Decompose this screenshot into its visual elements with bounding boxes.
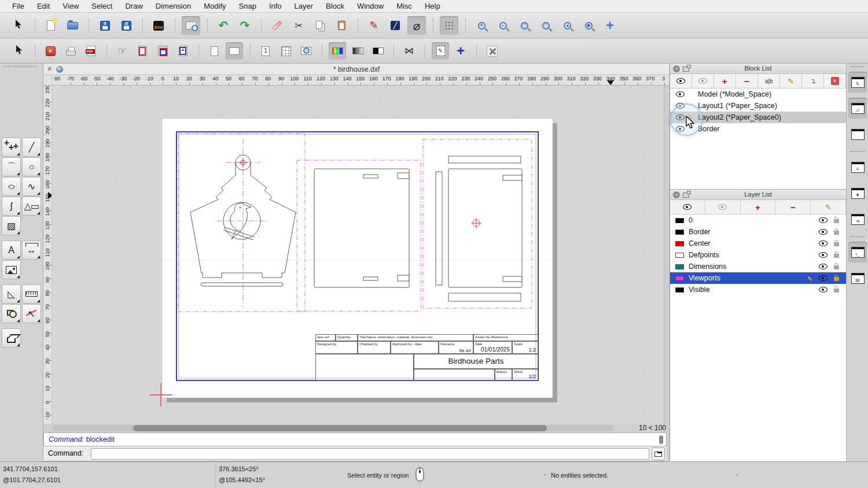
- menu-info[interactable]: Info: [263, 2, 288, 10]
- menu-dimension[interactable]: Dimension: [149, 2, 197, 10]
- eye-icon[interactable]: [819, 275, 827, 281]
- zoom-auto-button[interactable]: □: [515, 16, 534, 35]
- layers-remove[interactable]: −: [775, 200, 811, 214]
- close-icon[interactable]: ×: [673, 191, 680, 198]
- print-button[interactable]: [62, 42, 79, 60]
- block-tool[interactable]: [2, 304, 21, 323]
- delete-eraser-button[interactable]: [268, 16, 286, 35]
- grid-toggle-button[interactable]: [440, 16, 458, 35]
- menu-window[interactable]: Window: [351, 2, 390, 10]
- lock-icon[interactable]: [834, 277, 839, 281]
- zoom-in-button[interactable]: +: [472, 16, 491, 35]
- blocks-rename[interactable]: a|b: [758, 74, 780, 88]
- dock-layer-filter[interactable]: ▼: [848, 183, 867, 204]
- save-as-button[interactable]: ✎: [117, 16, 135, 35]
- dimension-tool[interactable]: ↔: [22, 241, 41, 260]
- lock-icon[interactable]: [834, 242, 839, 246]
- eye-icon[interactable]: [819, 217, 827, 223]
- deselect-tool[interactable]: ↖: [22, 304, 41, 323]
- ellipse-tool[interactable]: ○: [2, 177, 21, 196]
- copy-button[interactable]: [311, 16, 329, 35]
- select-tool[interactable]: [9, 16, 28, 35]
- blocks-add[interactable]: +: [714, 74, 736, 88]
- menu-misc[interactable]: Misc: [390, 2, 418, 10]
- blocks-insert[interactable]: ↴: [802, 74, 824, 88]
- pen-button[interactable]: ✎: [365, 16, 383, 35]
- close-print-preview-button[interactable]: ×: [42, 42, 59, 60]
- line-width-button[interactable]: ⋈: [400, 42, 418, 60]
- menu-help[interactable]: Help: [418, 2, 447, 10]
- layers-add[interactable]: +: [741, 200, 776, 214]
- dock-command-line[interactable]: ›_: [848, 242, 867, 263]
- close-icon[interactable]: ×: [673, 65, 680, 72]
- layer-row[interactable]: 0: [670, 215, 846, 226]
- draft-mode-button[interactable]: ✎: [432, 42, 449, 60]
- polygon-tool[interactable]: △▭: [22, 197, 41, 216]
- blocks-hide-all[interactable]: [692, 74, 714, 88]
- menu-snap[interactable]: Snap: [233, 2, 263, 10]
- menu-layer[interactable]: Layer: [288, 2, 320, 10]
- grayscale-mode-button[interactable]: [349, 42, 366, 60]
- zoom-window-button[interactable]: ■: [579, 16, 598, 35]
- fit-viewport-button[interactable]: [174, 42, 192, 60]
- circle-tool[interactable]: ○: [22, 157, 41, 176]
- color-mode-button[interactable]: [329, 42, 346, 60]
- arc-tool[interactable]: ⌒: [2, 157, 21, 176]
- dock-library-browser[interactable]: [848, 124, 867, 145]
- menu-draw[interactable]: Draw: [119, 2, 149, 10]
- eye-icon[interactable]: [676, 91, 685, 97]
- layers-edit[interactable]: ✎: [811, 200, 846, 214]
- dock-entity-properties[interactable]: ✎: [848, 72, 867, 93]
- measure-tool[interactable]: [22, 284, 41, 304]
- hatch-tool[interactable]: ▨: [2, 216, 21, 235]
- ellipse-tool-button[interactable]: ⌀: [407, 16, 426, 35]
- lock-icon[interactable]: [834, 219, 839, 223]
- menu-edit[interactable]: Edit: [31, 2, 56, 10]
- float-panel-icon[interactable]: [683, 193, 689, 198]
- landscape-button[interactable]: [226, 42, 243, 60]
- layer-row[interactable]: Visible: [670, 284, 846, 295]
- multi-page-button[interactable]: [277, 42, 295, 60]
- dock-clipboard[interactable]: ▤: [848, 268, 867, 289]
- new-document-button[interactable]: [42, 16, 60, 35]
- eye-icon[interactable]: [819, 287, 827, 293]
- menu-block[interactable]: Block: [319, 2, 351, 10]
- eye-icon[interactable]: [819, 264, 827, 269]
- eye-icon[interactable]: [819, 229, 827, 235]
- dock-pen-palette[interactable]: ⊲: [848, 209, 867, 230]
- image-tool[interactable]: [2, 260, 21, 279]
- blackwhite-mode-button[interactable]: [369, 42, 387, 60]
- line-tool[interactable]: ╱: [22, 138, 41, 157]
- dock-block-list[interactable]: ▱: [848, 98, 867, 119]
- command-history-scrollbar[interactable]: [659, 435, 663, 444]
- zoom-out-button[interactable]: −: [494, 16, 512, 35]
- menu-view[interactable]: View: [56, 2, 85, 10]
- print-preview-button[interactable]: [182, 16, 200, 35]
- command-input[interactable]: [91, 448, 649, 460]
- horizontal-scrollbar-thumb[interactable]: [133, 425, 547, 431]
- layer-row[interactable]: Border: [670, 226, 846, 238]
- points-tool[interactable]: +: [2, 138, 21, 157]
- lock-icon[interactable]: [834, 289, 839, 293]
- float-panel-icon[interactable]: [683, 66, 689, 72]
- crosshair-button[interactable]: +: [452, 42, 469, 60]
- lock-icon[interactable]: [834, 254, 839, 258]
- save-button[interactable]: [95, 16, 114, 35]
- polyline-tool[interactable]: ʃ: [2, 197, 21, 216]
- layer-row[interactable]: Defpoints: [670, 249, 846, 261]
- export-pdf-button[interactable]: [82, 42, 100, 60]
- paper-overlap-button[interactable]: [154, 42, 171, 60]
- zoom-selected-button[interactable]: □: [536, 16, 555, 35]
- blocks-edit[interactable]: ✎: [780, 74, 802, 88]
- export-svg-button[interactable]: SVG: [149, 16, 168, 35]
- solid-3d-tool[interactable]: [2, 328, 21, 347]
- lock-icon[interactable]: [834, 231, 839, 235]
- portrait-button[interactable]: [205, 42, 223, 60]
- blocks-remove[interactable]: −: [736, 74, 758, 88]
- paper-border-button[interactable]: [134, 42, 151, 60]
- eye-icon[interactable]: [819, 252, 827, 258]
- menu-modify[interactable]: Modify: [197, 2, 232, 10]
- horizontal-scrollbar[interactable]: [52, 425, 613, 431]
- undo-button[interactable]: ↶: [214, 16, 233, 35]
- redo-button[interactable]: ↷: [236, 16, 254, 35]
